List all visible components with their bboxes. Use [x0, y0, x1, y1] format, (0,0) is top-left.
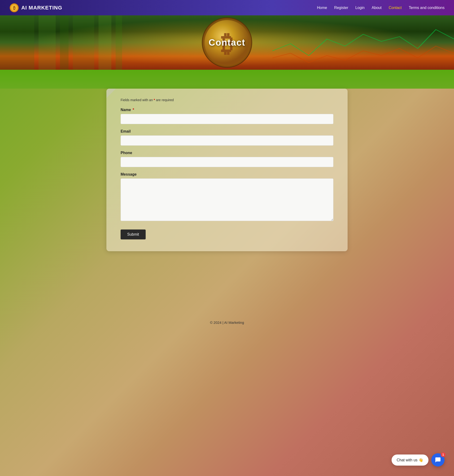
chart-lines-icon	[272, 15, 454, 70]
phone-input[interactable]	[121, 157, 333, 167]
svg-rect-3	[0, 15, 34, 70]
brand-name: AI MARKETING	[21, 5, 62, 11]
brand-link[interactable]: ₿ AI MARKETING	[9, 3, 62, 13]
message-textarea[interactable]	[121, 178, 333, 221]
svg-rect-5	[60, 15, 68, 70]
phone-label: Phone	[121, 151, 333, 155]
nav-about[interactable]: About	[372, 6, 382, 10]
message-label: Message	[121, 172, 333, 177]
brand-logo-icon: ₿	[9, 3, 19, 13]
nav-links: Home Register Login About Contact Terms …	[317, 6, 445, 10]
name-input[interactable]	[121, 114, 333, 124]
submit-button[interactable]: Submit	[121, 230, 146, 239]
email-input[interactable]	[121, 135, 333, 146]
name-field-group: Name *	[121, 108, 333, 124]
footer-copyright: © 2024 | AI Marketing	[210, 320, 244, 325]
nav-login[interactable]: Login	[356, 6, 365, 10]
chat-widget: Chat with us 👋 1	[392, 453, 445, 467]
required-note: Fields marked with an * are required	[121, 98, 333, 102]
nav-home[interactable]: Home	[317, 6, 327, 10]
hero-title: Contact	[209, 37, 245, 48]
svg-rect-8	[116, 15, 122, 70]
chat-message-icon	[435, 457, 441, 463]
form-card: Fields marked with an * are required Nam…	[106, 89, 348, 251]
nav-contact[interactable]: Contact	[389, 6, 402, 10]
contact-section: Fields marked with an * are required Nam…	[102, 89, 352, 261]
name-required-star: *	[133, 108, 134, 112]
svg-rect-7	[98, 15, 111, 70]
svg-text:₿: ₿	[13, 6, 15, 10]
contact-form: Name * Email Phone Message Submit	[121, 108, 333, 239]
email-label: Email	[121, 129, 333, 134]
nav-register[interactable]: Register	[334, 6, 348, 10]
nav-terms[interactable]: Terms and conditions	[409, 6, 445, 10]
required-star: *	[154, 98, 155, 102]
footer-area: © 2024 | AI Marketing	[0, 261, 454, 332]
svg-rect-6	[73, 15, 94, 70]
chat-bubble[interactable]: Chat with us 👋	[392, 454, 428, 466]
chat-icon-button[interactable]: 1	[431, 453, 445, 467]
phone-field-group: Phone	[121, 151, 333, 167]
name-label: Name *	[121, 108, 333, 112]
svg-rect-4	[38, 15, 56, 70]
navbar: ₿ AI MARKETING Home Register Login About…	[0, 0, 454, 15]
email-field-group: Email	[121, 129, 333, 146]
hero-banner: ₿ Contact	[0, 15, 454, 70]
message-field-group: Message	[121, 172, 333, 222]
chat-badge: 1	[441, 452, 446, 457]
green-band	[0, 70, 454, 89]
